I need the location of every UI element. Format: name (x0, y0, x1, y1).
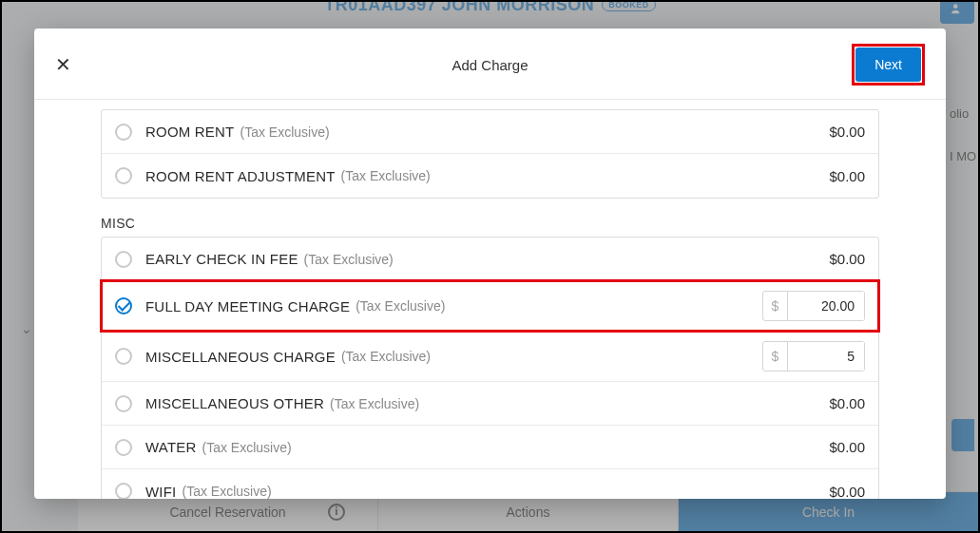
tax-note: (Tax Exclusive) (355, 298, 445, 314)
radio-unchecked[interactable] (115, 167, 132, 184)
radio-checked[interactable] (115, 297, 132, 314)
radio-unchecked[interactable] (115, 439, 132, 456)
charge-row-room-rent[interactable]: ROOM RENT (Tax Exclusive) $0.00 (102, 110, 878, 154)
currency-prefix: $ (763, 292, 788, 320)
amount-input-wrap: $ (762, 291, 865, 321)
tax-note: (Tax Exclusive) (240, 124, 329, 140)
charge-row-misc-charge[interactable]: MISCELLANEOUS CHARGE (Tax Exclusive) $ (102, 332, 878, 382)
charge-amount: $0.00 (829, 168, 865, 184)
charge-amount: $0.00 (829, 484, 865, 500)
add-charge-modal: ✕ Add Charge Next ROOM RENT (Tax Exclusi… (34, 29, 946, 499)
radio-unchecked[interactable] (115, 124, 132, 141)
radio-unchecked[interactable] (115, 395, 132, 412)
charge-amount: $0.00 (829, 395, 865, 411)
charge-row-misc-other[interactable]: MISCELLANEOUS OTHER (Tax Exclusive) $0.0… (102, 382, 878, 426)
tax-note: (Tax Exclusive) (304, 252, 394, 267)
charge-row-water[interactable]: WATER (Tax Exclusive) $0.00 (102, 426, 878, 469)
charge-amount: $0.00 (829, 251, 865, 267)
charge-list-scroll[interactable]: ROOM RENT (Tax Exclusive) $0.00 ROOM REN… (34, 100, 946, 499)
charge-label: MISCELLANEOUS OTHER (145, 395, 324, 411)
modal-title: Add Charge (452, 57, 528, 73)
close-icon[interactable]: ✕ (55, 55, 71, 74)
charge-row-wifi[interactable]: WIFI (Tax Exclusive) $0.00 (102, 469, 878, 499)
charge-label: WIFI (145, 484, 176, 500)
charge-label: ROOM RENT (145, 124, 234, 140)
tax-note: (Tax Exclusive) (330, 396, 419, 411)
amount-input[interactable] (788, 292, 864, 320)
charge-row-room-rent-adjustment[interactable]: ROOM RENT ADJUSTMENT (Tax Exclusive) $0.… (102, 154, 878, 198)
amount-input-wrap: $ (762, 341, 865, 371)
charge-row-full-day-meeting[interactable]: FULL DAY MEETING CHARGE (Tax Exclusive) … (102, 281, 878, 332)
charge-row-early-checkin[interactable]: EARLY CHECK IN FEE (Tax Exclusive) $0.00 (102, 238, 878, 281)
charge-group-top: ROOM RENT (Tax Exclusive) $0.00 ROOM REN… (101, 109, 879, 199)
radio-unchecked[interactable] (115, 251, 132, 268)
charge-label: FULL DAY MEETING CHARGE (145, 298, 350, 314)
group-label-misc: MISC (101, 216, 879, 231)
next-button[interactable]: Next (855, 48, 921, 82)
charge-amount: $0.00 (829, 124, 865, 140)
amount-input[interactable] (788, 342, 864, 371)
charge-label: ROOM RENT ADJUSTMENT (145, 168, 336, 184)
radio-unchecked[interactable] (115, 348, 132, 365)
currency-prefix: $ (763, 342, 788, 371)
radio-unchecked[interactable] (115, 483, 132, 499)
charge-amount: $0.00 (829, 439, 865, 455)
tax-note: (Tax Exclusive) (341, 168, 431, 183)
charge-group-misc: EARLY CHECK IN FEE (Tax Exclusive) $0.00… (101, 237, 879, 499)
tax-note: (Tax Exclusive) (341, 349, 431, 364)
tax-note: (Tax Exclusive) (182, 484, 271, 499)
charge-label: MISCELLANEOUS CHARGE (145, 349, 336, 365)
charge-label: EARLY CHECK IN FEE (145, 251, 298, 267)
tax-note: (Tax Exclusive) (202, 440, 292, 455)
charge-label: WATER (145, 439, 197, 455)
next-button-highlight: Next (852, 44, 925, 86)
